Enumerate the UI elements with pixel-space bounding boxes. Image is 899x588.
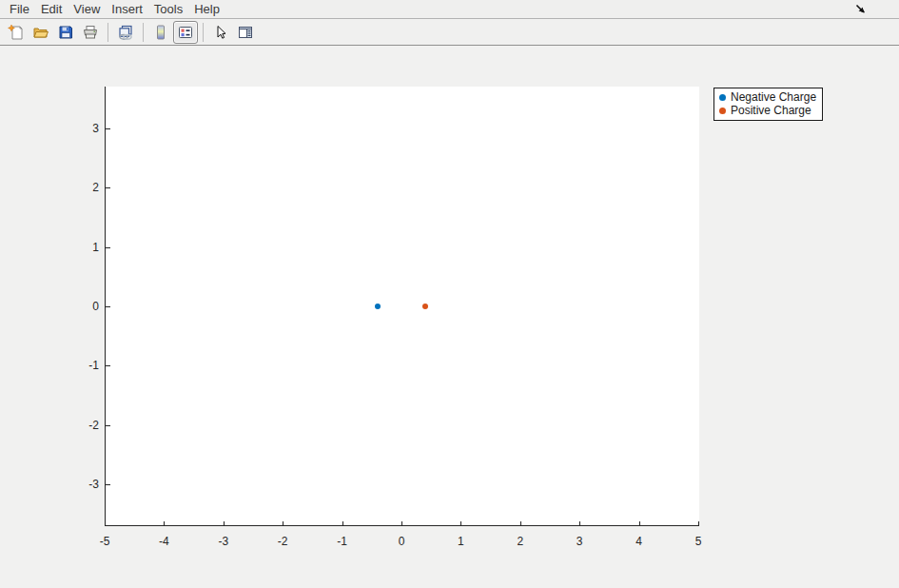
x-tick-mark bbox=[342, 521, 343, 526]
y-tick-label: -3 bbox=[67, 478, 99, 491]
x-tick-mark bbox=[698, 521, 699, 526]
x-tick-mark bbox=[579, 521, 580, 526]
y-tick-mark bbox=[106, 187, 110, 188]
y-tick-label: 1 bbox=[67, 241, 99, 254]
y-tick-mark bbox=[106, 425, 110, 426]
x-tick-mark bbox=[639, 521, 640, 526]
plot-axes-box bbox=[105, 87, 699, 526]
x-tick-mark bbox=[460, 521, 461, 526]
data-point-positive-charge bbox=[422, 304, 428, 309]
plot-layer: Negative Charge Positive Charge -5-4-3-2… bbox=[0, 0, 899, 588]
legend-entry-positive-charge: Positive Charge bbox=[719, 104, 816, 117]
legend-label-positive: Positive Charge bbox=[731, 104, 811, 117]
x-tick-mark bbox=[520, 521, 521, 526]
x-tick-label: -3 bbox=[207, 535, 240, 548]
legend-label-negative: Negative Charge bbox=[731, 90, 816, 104]
y-tick-label: 2 bbox=[67, 181, 99, 194]
x-tick-label: -2 bbox=[266, 535, 299, 548]
y-tick-label: -2 bbox=[67, 419, 99, 432]
x-tick-label: 3 bbox=[563, 535, 596, 548]
x-tick-label: 1 bbox=[444, 535, 477, 548]
y-tick-mark bbox=[106, 365, 110, 366]
x-tick-label: 4 bbox=[623, 535, 655, 548]
x-tick-label: 5 bbox=[682, 535, 714, 548]
data-point-negative-charge bbox=[375, 304, 381, 309]
legend[interactable]: Negative Charge Positive Charge bbox=[713, 88, 823, 121]
x-tick-mark bbox=[401, 521, 402, 526]
y-tick-label: 3 bbox=[67, 122, 99, 135]
legend-marker-positive-icon bbox=[719, 108, 726, 114]
y-tick-mark bbox=[106, 306, 110, 307]
y-tick-label: -1 bbox=[67, 359, 99, 372]
x-tick-label: 2 bbox=[504, 535, 537, 548]
x-tick-label: -4 bbox=[147, 535, 180, 548]
x-tick-mark bbox=[283, 521, 283, 526]
x-tick-label: 0 bbox=[385, 535, 418, 548]
x-tick-label: -5 bbox=[88, 535, 121, 548]
x-tick-mark bbox=[105, 521, 106, 526]
x-tick-mark bbox=[164, 521, 165, 526]
y-tick-mark bbox=[106, 247, 110, 248]
y-tick-mark bbox=[106, 128, 110, 129]
y-tick-label: 0 bbox=[67, 300, 99, 313]
figure-window: File Edit View Insert Tools Help bbox=[0, 0, 899, 588]
y-tick-mark bbox=[106, 484, 110, 485]
legend-marker-negative-icon bbox=[719, 94, 726, 101]
x-tick-mark bbox=[224, 521, 225, 526]
x-tick-label: -1 bbox=[326, 535, 359, 548]
legend-entry-negative-charge: Negative Charge bbox=[719, 90, 816, 104]
